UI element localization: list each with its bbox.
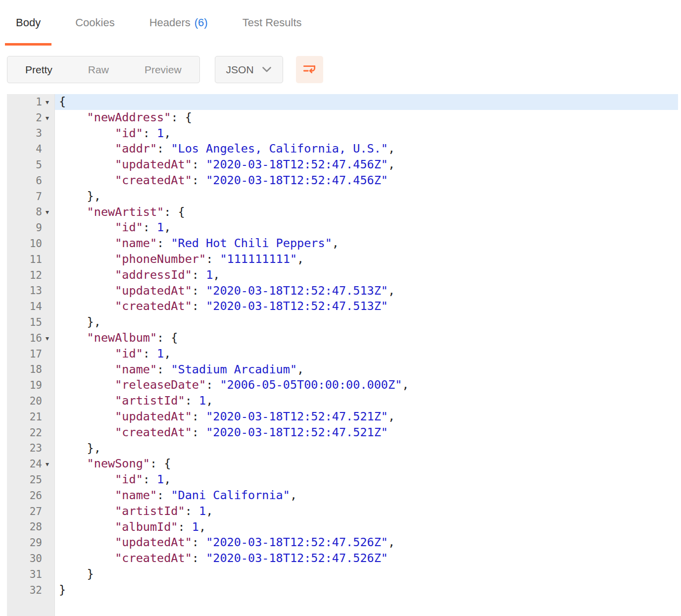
line-gutter: 20 [7,393,55,409]
line-number: 14 [30,301,42,312]
fold-toggle-icon[interactable]: ▾ [42,114,52,121]
code-content[interactable]: "newSong": { [55,456,678,472]
code-content[interactable]: "updatedAt": "2020-03-18T12:52:47.456Z", [55,157,678,173]
code-content[interactable]: }, [55,189,678,205]
tab-label: Cookies [75,16,114,29]
code-line: 13 "updatedAt": "2020-03-18T12:52:47.513… [7,283,678,299]
line-number: 17 [30,348,42,360]
code-line: 30 "createdAt": "2020-03-18T12:52:47.526… [7,551,678,566]
code-content[interactable]: "newAddress": { [55,110,678,126]
response-toolbar: PrettyRawPreview JSON [7,56,681,83]
code-content[interactable]: "createdAt": "2020-03-18T12:52:47.456Z" [55,173,678,189]
gutter-filler [7,598,678,616]
code-line: 7 }, [7,189,678,205]
code-content[interactable]: "phoneNumber": "111111111", [55,252,678,267]
active-tab-underline [5,43,51,46]
code-line: 11 "phoneNumber": "111111111", [7,252,678,267]
code-line: 24▾ "newSong": { [7,456,678,472]
line-gutter: 17 [7,346,55,362]
chevron-down-icon [262,66,272,73]
code-content[interactable]: "updatedAt": "2020-03-18T12:52:47.513Z", [55,283,678,299]
view-mode-preview[interactable]: Preview [127,56,199,83]
code-content[interactable]: "newArtist": { [55,205,678,220]
language-dropdown[interactable]: JSON [215,56,283,83]
code-line: 1▾{ [7,94,678,110]
view-mode-raw[interactable]: Raw [70,56,127,83]
line-gutter: 2▾ [7,110,55,126]
code-content[interactable]: "id": 1, [55,126,678,142]
tab-test-results[interactable]: Test Results [232,0,313,46]
code-line: 19 "releaseDate": "2006-05-05T00:00:00.0… [7,377,678,393]
line-number: 20 [30,395,42,407]
code-line: 26 "name": "Dani California", [7,488,678,504]
line-number: 16 [30,332,42,344]
line-gutter: 7 [7,189,55,205]
code-content[interactable]: "albumId": 1, [55,519,678,535]
code-line: 9 "id": 1, [7,220,678,236]
code-content[interactable]: "id": 1, [55,346,678,362]
code-content[interactable]: "name": "Dani California", [55,488,678,504]
tab-body[interactable]: Body [5,0,51,46]
code-line: 16▾ "newAlbum": { [7,330,678,346]
wrap-lines-button[interactable] [296,56,323,83]
line-number: 19 [30,379,42,391]
code-content[interactable]: "artistId": 1, [55,504,678,519]
fold-toggle-icon[interactable]: ▾ [42,335,52,342]
code-content[interactable]: "updatedAt": "2020-03-18T12:52:47.526Z", [55,535,678,551]
line-number: 12 [30,269,42,281]
code-content[interactable]: "addressId": 1, [55,267,678,283]
line-number: 7 [36,191,42,203]
line-gutter: 23 [7,441,55,457]
code-content[interactable]: "id": 1, [55,220,678,236]
code-content[interactable]: "name": "Stadium Arcadium", [55,362,678,378]
code-content[interactable]: "newAlbum": { [55,330,678,346]
line-gutter: 8▾ [7,205,55,220]
code-line: 22 "createdAt": "2020-03-18T12:52:47.521… [7,425,678,441]
fold-toggle-icon[interactable]: ▾ [42,208,52,215]
line-gutter: 5 [7,157,55,173]
line-gutter: 31 [7,566,55,582]
code-content[interactable]: "createdAt": "2020-03-18T12:52:47.526Z" [55,551,678,566]
code-content[interactable]: } [55,582,678,598]
code-line: 32} [7,582,678,598]
view-mode-pretty[interactable]: Pretty [7,56,70,83]
code-content[interactable]: "updatedAt": "2020-03-18T12:52:47.521Z", [55,409,678,425]
fold-toggle-icon[interactable]: ▾ [42,99,52,105]
code-line: 27 "artistId": 1, [7,504,678,519]
code-content[interactable]: "releaseDate": "2006-05-05T00:00:00.000Z… [55,377,678,393]
line-gutter: 16▾ [7,330,55,346]
code-content[interactable]: "addr": "Los Angeles, California, U.S.", [55,141,678,157]
tab-count-badge: (6) [195,16,208,29]
code-content[interactable]: "artistId": 1, [55,393,678,409]
line-gutter: 19 [7,377,55,393]
fold-toggle-icon[interactable]: ▾ [42,461,52,467]
code-content[interactable]: } [55,566,678,582]
code-content[interactable]: }, [55,314,678,330]
tab-cookies[interactable]: Cookies [64,0,125,46]
line-gutter: 24▾ [7,456,55,472]
code-line: 29 "updatedAt": "2020-03-18T12:52:47.526… [7,535,678,551]
response-tab-bar: BodyCookiesHeaders(6)Test Results [0,0,681,46]
line-number: 25 [30,474,42,486]
line-number: 21 [30,411,42,423]
line-number: 10 [30,238,42,250]
line-number: 6 [36,175,42,187]
code-content[interactable]: "createdAt": "2020-03-18T12:52:47.521Z" [55,425,678,441]
tab-headers[interactable]: Headers(6) [139,0,219,46]
line-number: 13 [30,285,42,297]
code-content[interactable]: }, [55,441,678,457]
code-content[interactable]: "name": "Red Hot Chili Peppers", [55,236,678,252]
code-line: 31 } [7,566,678,582]
line-number: 24 [30,458,42,470]
line-gutter: 26 [7,488,55,504]
line-number: 15 [30,316,42,328]
code-content[interactable]: { [55,94,678,110]
code-line: 6 "createdAt": "2020-03-18T12:52:47.456Z… [7,173,678,189]
code-line: 18 "name": "Stadium Arcadium", [7,362,678,378]
line-number: 27 [30,506,42,517]
code-content[interactable]: "createdAt": "2020-03-18T12:52:47.513Z" [55,299,678,314]
code-line: 2▾ "newAddress": { [7,110,678,126]
code-line: 12 "addressId": 1, [7,267,678,283]
code-content[interactable]: "id": 1, [55,472,678,488]
line-gutter: 9 [7,220,55,236]
